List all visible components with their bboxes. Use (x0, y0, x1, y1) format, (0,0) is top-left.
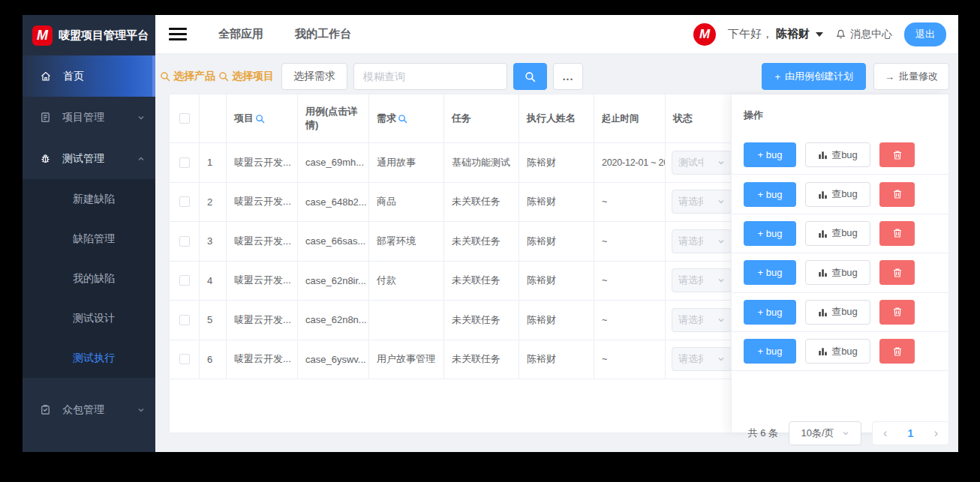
sidebar-item-test-execution[interactable]: 测试执行 (23, 338, 155, 378)
hamburger-menu-icon[interactable] (169, 28, 187, 40)
case-cell[interactable]: case_69mh... (298, 143, 369, 182)
create-plan-from-case-button[interactable]: + 由用例创建计划 (762, 63, 866, 90)
delete-button[interactable] (879, 300, 915, 325)
task-cell: 未关联任务 (444, 222, 519, 261)
case-cell[interactable]: case_6yswv... (298, 340, 369, 379)
delete-button[interactable] (879, 260, 915, 285)
add-bug-button[interactable]: + bug (744, 260, 796, 285)
index-header (200, 94, 227, 142)
more-filters-button[interactable]: ... (553, 63, 583, 90)
status-value: 请选择 (678, 274, 703, 287)
select-all-checkbox[interactable] (179, 113, 190, 124)
operations-row: + bug 查bug (732, 332, 948, 371)
sidebar-item-home[interactable]: 首页 (23, 55, 155, 97)
view-bug-button[interactable]: 查bug (805, 142, 870, 167)
row-checkbox[interactable] (179, 315, 190, 325)
message-center-link[interactable]: 消息中心 (835, 28, 892, 41)
chevron-down-icon (137, 406, 145, 414)
view-bug-button[interactable]: 查bug (805, 339, 870, 364)
search-icon (160, 71, 170, 82)
sidebar-item-test-mgmt[interactable]: 测试管理 (23, 138, 155, 179)
case-header: 用例(点击详情) (298, 94, 369, 142)
status-select[interactable]: 请选择 (672, 347, 732, 371)
bar-chart-icon (818, 150, 828, 160)
case-cell[interactable]: case_62n8n... (298, 301, 369, 340)
case-cell[interactable]: case_62n8ir... (298, 262, 369, 301)
sidebar-item-new-defect[interactable]: 新建缺陷 (23, 179, 155, 219)
chevron-down-icon (717, 355, 725, 363)
chevron-down-icon (137, 114, 145, 121)
status-value: 请选择 (678, 235, 703, 248)
sidebar-item-my-defects[interactable]: 我的缺陷 (23, 259, 155, 298)
nav-my-workbench[interactable]: 我的工作台 (295, 27, 351, 41)
message-center-label: 消息中心 (850, 28, 892, 41)
delete-button[interactable] (879, 182, 915, 207)
batch-edit-button[interactable]: → 批量修改 (873, 63, 949, 90)
add-bug-button[interactable]: + bug (744, 182, 796, 207)
sidebar-item-label: 项目管理 (62, 111, 126, 124)
delete-button[interactable] (879, 339, 915, 364)
user-menu[interactable]: 下午好， 陈裕财 (728, 27, 823, 41)
status-select[interactable]: 请选择 (672, 308, 732, 332)
status-select[interactable]: 请选择 (672, 268, 732, 292)
prev-page-button[interactable]: ‹ (883, 427, 887, 439)
sidebar-item-test-design[interactable]: 测试设计 (23, 298, 155, 338)
status-select[interactable]: 请选择 (672, 190, 732, 214)
add-bug-button[interactable]: + bug (744, 142, 796, 167)
add-bug-button[interactable]: + bug (744, 339, 796, 364)
status-select[interactable]: 请选择 (672, 229, 732, 253)
filter-toolbar: 选择产品 选择项目 选择需求 ... + 由用例创建计划 → 批量修改 (160, 63, 949, 90)
next-page-button[interactable]: › (934, 427, 938, 439)
user-avatar[interactable]: M (693, 23, 716, 46)
add-bug-button[interactable]: + bug (744, 300, 796, 325)
task-header: 任务 (444, 94, 519, 142)
bug-icon (40, 153, 51, 164)
requirement-cell: 付款 (369, 262, 444, 301)
app-title: 唛盟项目管理平台 (59, 28, 149, 43)
delete-button[interactable] (879, 142, 915, 167)
app-window: M 唛盟项目管理平台 首页 项目管理 测试管理 (23, 15, 958, 452)
sidebar-item-project-mgmt[interactable]: 项目管理 (23, 97, 155, 138)
sidebar-item-defect-mgmt[interactable]: 缺陷管理 (23, 219, 155, 259)
row-checkbox[interactable] (179, 157, 190, 168)
chevron-down-icon (717, 277, 725, 284)
search-button[interactable] (513, 63, 547, 90)
executor-cell: 陈裕财 (519, 340, 594, 379)
row-checkbox[interactable] (179, 275, 190, 286)
requirement-cell: 用户故事管理 (369, 340, 444, 379)
project-cell: 唛盟云开发... (227, 222, 298, 261)
status-select[interactable]: 测试中 (672, 151, 732, 175)
fuzzy-search-input[interactable] (353, 63, 507, 90)
delete-button[interactable] (879, 221, 915, 246)
logout-button[interactable]: 退出 (904, 22, 946, 46)
search-icon[interactable] (255, 114, 265, 124)
view-bug-button[interactable]: 查bug (805, 260, 870, 285)
view-bug-button[interactable]: 查bug (805, 300, 870, 325)
sidebar-item-partial[interactable] (23, 445, 155, 452)
topbar: 全部应用 我的工作台 M 下午好， 陈裕财 消息中心 退出 (155, 15, 958, 54)
row-checkbox[interactable] (179, 354, 190, 364)
view-bug-button[interactable]: 查bug (805, 221, 870, 246)
total-count: 共 6 条 (748, 427, 778, 440)
chevron-down-icon (717, 238, 725, 245)
row-checkbox[interactable] (179, 196, 190, 207)
add-bug-button[interactable]: + bug (744, 221, 796, 246)
select-project-link[interactable]: 选择项目 (218, 70, 274, 83)
view-bug-button[interactable]: 查bug (805, 182, 870, 207)
bar-chart-icon (818, 307, 828, 317)
select-requirement-button[interactable]: 选择需求 (281, 63, 347, 90)
current-page[interactable]: 1 (908, 427, 914, 439)
chevron-down-icon (717, 198, 725, 205)
nav-all-apps[interactable]: 全部应用 (218, 27, 263, 41)
time-cell: ~ (594, 262, 666, 301)
greeting-text: 下午好， (728, 27, 773, 41)
sidebar-item-crowd-mgmt[interactable]: 众包管理 (23, 389, 155, 430)
page-size-select[interactable]: 10条/页 (789, 421, 861, 445)
case-cell[interactable]: case_648b2... (298, 183, 369, 222)
search-icon[interactable] (398, 114, 407, 124)
row-index: 5 (200, 301, 227, 340)
row-checkbox[interactable] (179, 236, 190, 247)
case-cell[interactable]: case_66sas... (298, 222, 369, 261)
select-product-link[interactable]: 选择产品 (160, 70, 215, 83)
trash-icon (892, 346, 903, 357)
